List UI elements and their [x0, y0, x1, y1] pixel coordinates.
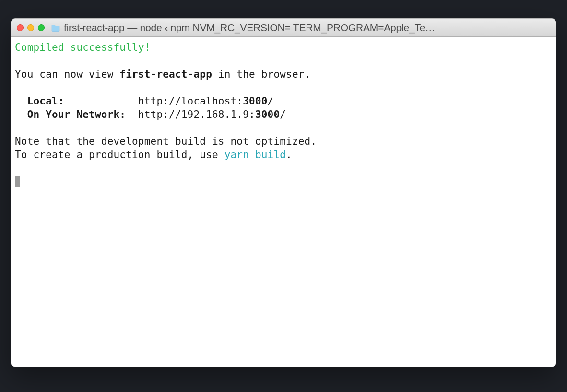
local-label: Local: — [27, 95, 64, 107]
title-bar[interactable]: first-react-app — node ‹ npm NVM_RC_VERS… — [11, 19, 556, 37]
note-line-1: Note that the development build is not o… — [15, 135, 552, 148]
cursor-icon — [15, 176, 20, 187]
zoom-button[interactable] — [38, 24, 45, 31]
network-url-pre: http://192.168.1.9: — [138, 109, 255, 120]
network-port: 3000 — [255, 109, 280, 120]
local-port: 3000 — [243, 95, 267, 107]
build-command: yarn build — [224, 149, 286, 161]
local-url-post: / — [268, 95, 274, 107]
network-label: On Your Network: — [27, 109, 126, 120]
network-url-post: / — [280, 109, 286, 120]
note2-post: . — [286, 149, 292, 161]
app-name: first-react-app — [119, 69, 212, 80]
local-url-line: Local: http://localhost:3000/ — [15, 94, 552, 108]
terminal-body[interactable]: Compiled successfully! You can now view … — [11, 37, 556, 367]
local-url-pre: http://localhost: — [138, 95, 243, 107]
note2-pre: To create a production build, use — [15, 149, 224, 161]
view-prefix: You can now view — [15, 69, 119, 80]
view-line: You can now view first-react-app in the … — [15, 68, 552, 81]
blank-line — [15, 54, 552, 68]
prompt-line[interactable] — [15, 175, 552, 188]
compiled-status: Compiled successfully! — [15, 42, 151, 53]
close-button[interactable] — [17, 24, 24, 31]
window-title: first-react-app — node ‹ npm NVM_RC_VERS… — [64, 22, 550, 34]
note-line-2: To create a production build, use yarn b… — [15, 148, 552, 161]
traffic-lights — [17, 24, 45, 31]
network-url-line: On Your Network: http://192.168.1.9:3000… — [15, 108, 552, 121]
folder-icon — [51, 24, 60, 31]
minimize-button[interactable] — [27, 24, 34, 31]
blank-line — [15, 81, 552, 94]
terminal-window: first-react-app — node ‹ npm NVM_RC_VERS… — [11, 18, 556, 367]
network-pad — [126, 109, 138, 120]
view-suffix: in the browser. — [212, 69, 311, 80]
local-pad — [64, 95, 138, 107]
blank-line — [15, 121, 552, 135]
blank-line — [15, 161, 552, 175]
